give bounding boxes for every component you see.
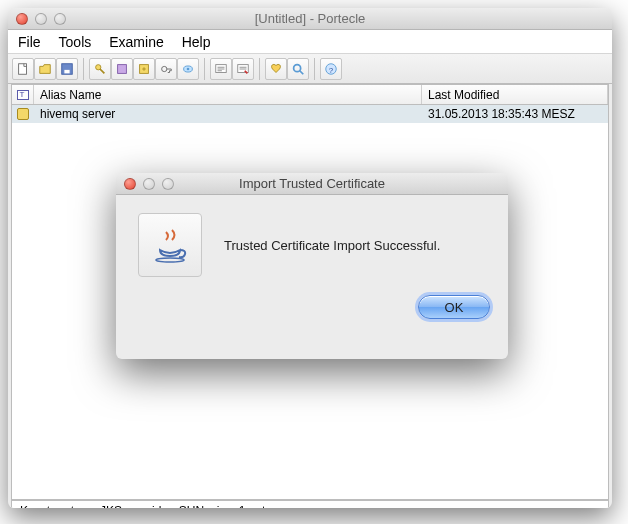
cell-alias: hivemq server xyxy=(34,107,422,121)
donate-button[interactable] xyxy=(265,58,287,80)
toolbar: ? xyxy=(8,54,612,84)
import-trusted-cert-button[interactable] xyxy=(111,58,133,80)
table-header: Alias Name Last Modified xyxy=(12,85,608,105)
save-keystore-button[interactable] xyxy=(56,58,78,80)
svg-point-11 xyxy=(294,64,301,71)
examine-ssl-button[interactable] xyxy=(287,58,309,80)
close-icon[interactable] xyxy=(16,13,28,25)
svg-point-6 xyxy=(162,66,167,71)
menu-help[interactable]: Help xyxy=(182,34,211,50)
svg-point-8 xyxy=(187,67,190,70)
examine-crl-button[interactable] xyxy=(232,58,254,80)
dialog-message: Trusted Certificate Import Successful. xyxy=(224,238,440,253)
main-titlebar: [Untitled] - Portecle xyxy=(8,8,612,30)
dialog-title: Import Trusted Certificate xyxy=(116,176,508,191)
set-password-button[interactable] xyxy=(155,58,177,80)
svg-rect-0 xyxy=(19,63,27,74)
java-icon xyxy=(138,213,202,277)
column-alias[interactable]: Alias Name xyxy=(34,85,422,104)
statusbar: Keystore type: JKS, provider: SUN, size:… xyxy=(11,500,609,508)
keystore-report-button[interactable] xyxy=(177,58,199,80)
dialog-close-icon[interactable] xyxy=(124,178,136,190)
svg-rect-4 xyxy=(118,64,127,73)
cert-icon xyxy=(17,108,29,120)
status-text: Keystore type: JKS, provider: SUN, size:… xyxy=(20,504,275,508)
import-keypair-button[interactable] xyxy=(133,58,155,80)
menu-file[interactable]: File xyxy=(18,34,41,50)
svg-point-14 xyxy=(156,258,184,262)
svg-text:?: ? xyxy=(329,65,334,74)
ok-button[interactable]: OK xyxy=(418,295,490,319)
cell-modified: 31.05.2013 18:35:43 MESZ xyxy=(422,107,608,121)
new-keystore-button[interactable] xyxy=(12,58,34,80)
import-cert-dialog: Import Trusted Certificate Trusted Certi… xyxy=(116,173,508,359)
help-button[interactable]: ? xyxy=(320,58,342,80)
column-modified[interactable]: Last Modified xyxy=(422,85,608,104)
menubar: File Tools Examine Help xyxy=(8,30,612,54)
dialog-minimize-icon xyxy=(143,178,155,190)
window-title: [Untitled] - Portecle xyxy=(8,11,612,26)
menu-examine[interactable]: Examine xyxy=(109,34,163,50)
table-row[interactable]: hivemq server 31.05.2013 18:35:43 MESZ xyxy=(12,105,608,123)
header-type-icon xyxy=(12,85,34,104)
menu-tools[interactable]: Tools xyxy=(59,34,92,50)
dialog-zoom-icon xyxy=(162,178,174,190)
dialog-titlebar: Import Trusted Certificate xyxy=(116,173,508,195)
minimize-icon[interactable] xyxy=(35,13,47,25)
zoom-icon[interactable] xyxy=(54,13,66,25)
svg-rect-2 xyxy=(64,69,69,73)
open-keystore-button[interactable] xyxy=(34,58,56,80)
generate-keypair-button[interactable] xyxy=(89,58,111,80)
examine-cert-button[interactable] xyxy=(210,58,232,80)
